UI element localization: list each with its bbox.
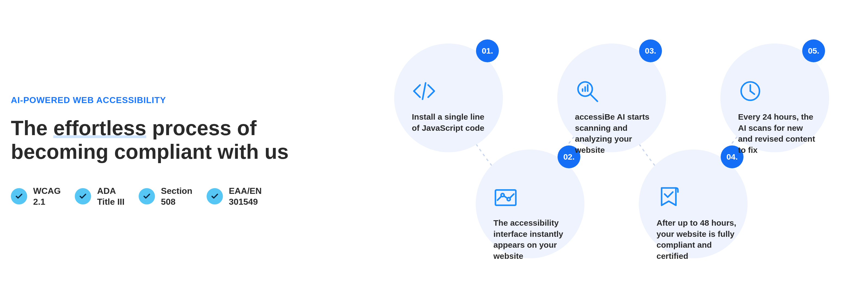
- eyebrow-label: AI-POWERED WEB ACCESSIBILITY: [11, 95, 332, 105]
- compliance-label: Section 508: [161, 185, 192, 207]
- headline: The effortless process of becoming compl…: [11, 116, 332, 164]
- step-circle-5: 05. Every 24 hours, the AI scans for new…: [720, 43, 829, 152]
- left-column: AI-POWERED WEB ACCESSIBILITY The effortl…: [11, 95, 332, 207]
- interface-icon: [493, 185, 518, 209]
- compliance-badge: EAA/EN 301549: [207, 185, 262, 207]
- analyze-icon: [575, 79, 599, 103]
- step-description: The accessibility interface instantly ap…: [493, 217, 574, 262]
- compliance-badge: WCAG 2.1: [11, 185, 61, 207]
- step-number-badge: 01.: [476, 39, 499, 62]
- compliance-badge: ADA Title III: [75, 185, 124, 207]
- headline-underlined-word: effortless: [53, 116, 146, 140]
- step-circle-4: 04. After up to 48 hours, your website i…: [639, 149, 748, 258]
- compliance-badge: Section 508: [138, 185, 192, 207]
- check-icon: [207, 188, 223, 204]
- clock-icon: [738, 79, 763, 103]
- svg-line-11: [750, 91, 754, 94]
- step-circle-1: 01. Install a single line of JavaScript …: [394, 43, 503, 152]
- step-circle-2: 02. The accessibility interface instantl…: [476, 149, 585, 258]
- step-description: After up to 48 hours, your website is fu…: [656, 217, 737, 262]
- svg-line-0: [423, 83, 426, 99]
- check-icon: [11, 188, 27, 204]
- compliance-badges: WCAG 2.1 ADA Title III Section 508 EAA/E…: [11, 185, 332, 207]
- certified-icon: [656, 185, 681, 209]
- compliance-label: WCAG 2.1: [33, 185, 61, 207]
- step-description: Every 24 hours, the AI scans for new and…: [738, 112, 818, 155]
- compliance-label: ADA Title III: [97, 185, 124, 207]
- code-icon: [412, 79, 436, 103]
- step-circle-3: 03. accessiBe AI starts scanning and ana…: [557, 43, 666, 152]
- svg-point-2: [501, 194, 504, 197]
- svg-line-5: [591, 95, 597, 101]
- headline-pre: The: [11, 116, 53, 140]
- svg-point-3: [507, 198, 510, 201]
- check-icon: [138, 188, 155, 204]
- steps-diagram: 01. Install a single line of JavaScript …: [394, 33, 856, 277]
- check-icon: [75, 188, 91, 204]
- step-number-badge: 05.: [802, 39, 825, 62]
- compliance-label: EAA/EN 301549: [229, 185, 262, 207]
- page: AI-POWERED WEB ACCESSIBILITY The effortl…: [0, 0, 868, 292]
- step-description: accessiBe AI starts scanning and analyzi…: [575, 112, 655, 155]
- step-number-badge: 03.: [639, 39, 662, 62]
- step-description: Install a single line of JavaScript code: [412, 112, 492, 134]
